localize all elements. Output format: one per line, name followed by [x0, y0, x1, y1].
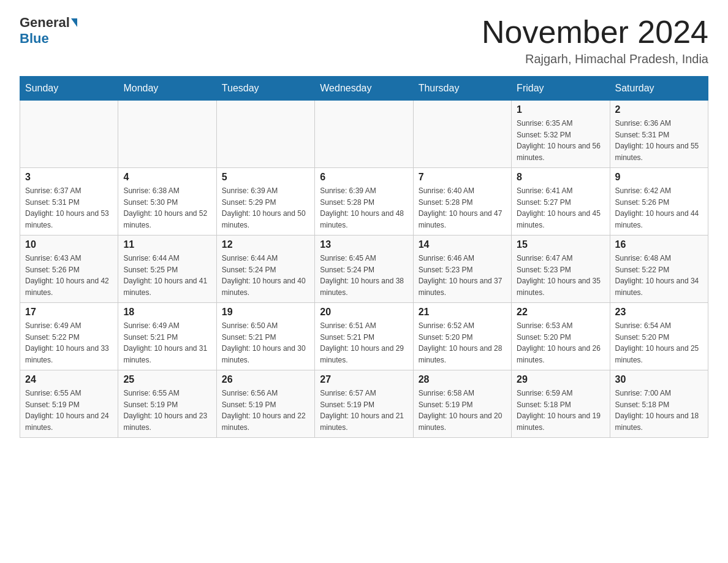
day-info: Sunrise: 6:55 AM Sunset: 5:19 PM Dayligh… [25, 388, 113, 433]
day-info: Sunrise: 6:53 AM Sunset: 5:20 PM Dayligh… [517, 320, 604, 366]
day-number: 26 [222, 374, 309, 385]
calendar-cell: 5Sunrise: 6:39 AM Sunset: 5:29 PM Daylig… [216, 168, 314, 236]
day-info: Sunrise: 6:42 AM Sunset: 5:26 PM Dayligh… [615, 185, 703, 231]
day-number: 30 [615, 374, 703, 385]
calendar-cell: 30Sunrise: 7:00 AM Sunset: 5:18 PM Dayli… [610, 370, 708, 438]
day-info: Sunrise: 6:44 AM Sunset: 5:24 PM Dayligh… [222, 253, 309, 298]
day-number: 14 [419, 239, 506, 250]
calendar-cell: 16Sunrise: 6:48 AM Sunset: 5:22 PM Dayli… [610, 236, 708, 303]
weekday-header-saturday: Saturday [610, 77, 708, 101]
weekday-header-thursday: Thursday [413, 77, 511, 101]
calendar-cell: 19Sunrise: 6:50 AM Sunset: 5:21 PM Dayli… [216, 303, 314, 370]
calendar-cell: 11Sunrise: 6:44 AM Sunset: 5:25 PM Dayli… [118, 236, 216, 303]
calendar-cell: 1Sunrise: 6:35 AM Sunset: 5:32 PM Daylig… [512, 101, 610, 168]
day-info: Sunrise: 6:50 AM Sunset: 5:21 PM Dayligh… [222, 320, 309, 366]
day-info: Sunrise: 6:45 AM Sunset: 5:24 PM Dayligh… [320, 253, 408, 298]
calendar-cell: 23Sunrise: 6:54 AM Sunset: 5:20 PM Dayli… [610, 303, 708, 370]
day-info: Sunrise: 6:43 AM Sunset: 5:26 PM Dayligh… [25, 253, 113, 298]
day-info: Sunrise: 6:36 AM Sunset: 5:31 PM Dayligh… [615, 118, 703, 163]
logo-blue-text: Blue [20, 31, 49, 47]
day-number: 7 [419, 172, 506, 183]
weekday-header-wednesday: Wednesday [315, 77, 413, 101]
weekday-header-friday: Friday [512, 77, 610, 101]
day-info: Sunrise: 6:49 AM Sunset: 5:21 PM Dayligh… [123, 320, 211, 366]
day-info: Sunrise: 6:47 AM Sunset: 5:23 PM Dayligh… [517, 253, 604, 298]
day-info: Sunrise: 6:41 AM Sunset: 5:27 PM Dayligh… [517, 185, 604, 231]
day-info: Sunrise: 6:39 AM Sunset: 5:29 PM Dayligh… [222, 185, 309, 231]
calendar-cell: 29Sunrise: 6:59 AM Sunset: 5:18 PM Dayli… [512, 370, 610, 438]
weekday-header-monday: Monday [118, 77, 216, 101]
calendar-cell: 15Sunrise: 6:47 AM Sunset: 5:23 PM Dayli… [512, 236, 610, 303]
calendar-cell: 6Sunrise: 6:39 AM Sunset: 5:28 PM Daylig… [315, 168, 413, 236]
weekday-header-tuesday: Tuesday [216, 77, 314, 101]
calendar-cell: 10Sunrise: 6:43 AM Sunset: 5:26 PM Dayli… [20, 236, 118, 303]
logo-area: General Blue [20, 15, 78, 47]
day-number: 2 [615, 104, 703, 115]
calendar-cell: 14Sunrise: 6:46 AM Sunset: 5:23 PM Dayli… [413, 236, 511, 303]
logo-blue-line: Blue [20, 31, 49, 47]
day-info: Sunrise: 6:58 AM Sunset: 5:19 PM Dayligh… [419, 388, 506, 433]
weekday-header-row: SundayMondayTuesdayWednesdayThursdayFrid… [20, 77, 708, 101]
day-number: 16 [615, 239, 703, 250]
day-info: Sunrise: 6:40 AM Sunset: 5:28 PM Dayligh… [419, 185, 506, 231]
logo-arrow-icon [71, 18, 77, 27]
calendar-cell [315, 101, 413, 168]
weekday-header-sunday: Sunday [20, 77, 118, 101]
calendar-cell: 24Sunrise: 6:55 AM Sunset: 5:19 PM Dayli… [20, 370, 118, 438]
day-number: 17 [25, 307, 113, 318]
calendar-cell [216, 101, 314, 168]
calendar-week-row: 24Sunrise: 6:55 AM Sunset: 5:19 PM Dayli… [20, 370, 708, 438]
calendar-week-row: 10Sunrise: 6:43 AM Sunset: 5:26 PM Dayli… [20, 236, 708, 303]
day-number: 3 [25, 172, 113, 183]
day-number: 19 [222, 307, 309, 318]
calendar-week-row: 17Sunrise: 6:49 AM Sunset: 5:22 PM Dayli… [20, 303, 708, 370]
day-number: 12 [222, 239, 309, 250]
calendar-cell [413, 101, 511, 168]
day-info: Sunrise: 6:55 AM Sunset: 5:19 PM Dayligh… [123, 388, 211, 433]
logo: General [20, 15, 78, 31]
day-number: 21 [419, 307, 506, 318]
day-info: Sunrise: 6:49 AM Sunset: 5:22 PM Dayligh… [25, 320, 113, 366]
calendar-cell: 21Sunrise: 6:52 AM Sunset: 5:20 PM Dayli… [413, 303, 511, 370]
day-info: Sunrise: 6:59 AM Sunset: 5:18 PM Dayligh… [517, 388, 604, 433]
calendar-table: SundayMondayTuesdayWednesdayThursdayFrid… [20, 76, 708, 438]
day-number: 8 [517, 172, 604, 183]
calendar-week-row: 3Sunrise: 6:37 AM Sunset: 5:31 PM Daylig… [20, 168, 708, 236]
day-number: 1 [517, 104, 604, 115]
day-number: 20 [320, 307, 408, 318]
day-info: Sunrise: 6:48 AM Sunset: 5:22 PM Dayligh… [615, 253, 703, 298]
day-number: 10 [25, 239, 113, 250]
day-info: Sunrise: 6:44 AM Sunset: 5:25 PM Dayligh… [123, 253, 211, 298]
day-number: 27 [320, 374, 408, 385]
day-info: Sunrise: 6:38 AM Sunset: 5:30 PM Dayligh… [123, 185, 211, 231]
calendar-cell: 27Sunrise: 6:57 AM Sunset: 5:19 PM Dayli… [315, 370, 413, 438]
day-number: 4 [123, 172, 211, 183]
title-area: November 2024 Rajgarh, Himachal Pradesh,… [482, 15, 708, 66]
calendar-cell: 2Sunrise: 6:36 AM Sunset: 5:31 PM Daylig… [610, 101, 708, 168]
calendar-cell [118, 101, 216, 168]
day-number: 5 [222, 172, 309, 183]
day-number: 23 [615, 307, 703, 318]
day-number: 9 [615, 172, 703, 183]
calendar-cell: 26Sunrise: 6:56 AM Sunset: 5:19 PM Dayli… [216, 370, 314, 438]
calendar-cell: 9Sunrise: 6:42 AM Sunset: 5:26 PM Daylig… [610, 168, 708, 236]
day-info: Sunrise: 6:37 AM Sunset: 5:31 PM Dayligh… [25, 185, 113, 231]
calendar-cell [20, 101, 118, 168]
day-info: Sunrise: 6:56 AM Sunset: 5:19 PM Dayligh… [222, 388, 309, 433]
day-info: Sunrise: 6:51 AM Sunset: 5:21 PM Dayligh… [320, 320, 408, 366]
calendar-week-row: 1Sunrise: 6:35 AM Sunset: 5:32 PM Daylig… [20, 101, 708, 168]
day-number: 29 [517, 374, 604, 385]
page-header: General Blue November 2024 Rajgarh, Hima… [20, 15, 708, 66]
day-info: Sunrise: 6:54 AM Sunset: 5:20 PM Dayligh… [615, 320, 703, 366]
day-number: 18 [123, 307, 211, 318]
calendar-cell: 13Sunrise: 6:45 AM Sunset: 5:24 PM Dayli… [315, 236, 413, 303]
day-number: 24 [25, 374, 113, 385]
day-info: Sunrise: 6:39 AM Sunset: 5:28 PM Dayligh… [320, 185, 408, 231]
calendar-cell: 3Sunrise: 6:37 AM Sunset: 5:31 PM Daylig… [20, 168, 118, 236]
day-info: Sunrise: 6:57 AM Sunset: 5:19 PM Dayligh… [320, 388, 408, 433]
calendar-cell: 20Sunrise: 6:51 AM Sunset: 5:21 PM Dayli… [315, 303, 413, 370]
day-number: 22 [517, 307, 604, 318]
calendar-cell: 28Sunrise: 6:58 AM Sunset: 5:19 PM Dayli… [413, 370, 511, 438]
day-number: 28 [419, 374, 506, 385]
calendar-cell: 7Sunrise: 6:40 AM Sunset: 5:28 PM Daylig… [413, 168, 511, 236]
